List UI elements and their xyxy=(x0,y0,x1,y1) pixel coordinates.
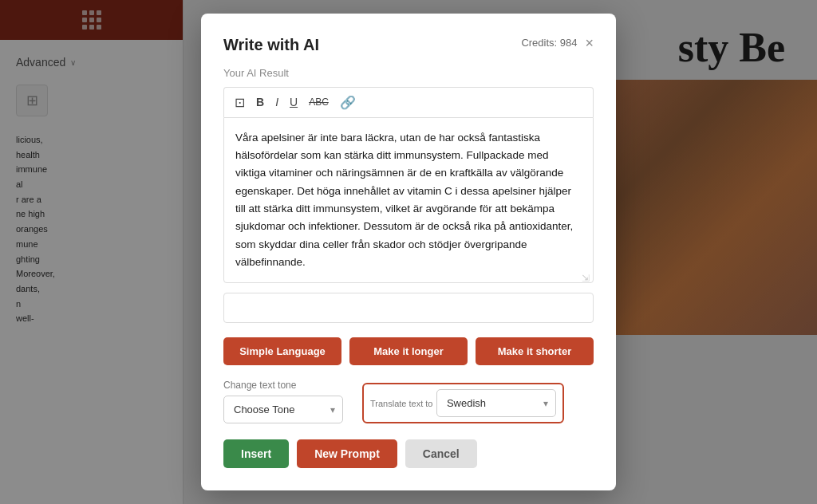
tone-select[interactable]: Choose Tone Formal Informal Friendly Pro… xyxy=(223,396,343,423)
credits-display: Credits: 984 xyxy=(521,37,577,49)
tone-select-wrapper: Choose Tone Formal Informal Friendly Pro… xyxy=(223,396,343,423)
modal-header: Write with AI Credits: 984 × xyxy=(223,36,594,54)
translate-select-wrapper: Swedish English Spanish French German It… xyxy=(436,389,556,417)
close-button[interactable]: × xyxy=(585,36,594,50)
tone-label: Change text tone xyxy=(223,380,343,391)
bottom-buttons-group: Insert New Prompt Cancel xyxy=(223,439,594,468)
make-shorter-button[interactable]: Make it shorter xyxy=(476,337,594,365)
ai-result-text: Våra apelsiner är inte bara läckra, utan… xyxy=(235,129,582,271)
editor-toolbar: ⊡ B I U ABC 🔗 xyxy=(223,87,594,117)
modal-title: Write with AI xyxy=(223,36,319,54)
action-buttons-group: Simple Language Make it longer Make it s… xyxy=(223,337,594,365)
make-longer-button[interactable]: Make it longer xyxy=(349,337,468,365)
modal-backdrop: Write with AI Credits: 984 × Your AI Res… xyxy=(0,0,817,504)
new-prompt-button[interactable]: New Prompt xyxy=(297,439,397,468)
translate-select[interactable]: Swedish English Spanish French German It… xyxy=(436,389,556,417)
link-button[interactable]: 🔗 xyxy=(336,93,360,112)
underline-button[interactable]: U xyxy=(286,93,302,111)
write-with-ai-modal: Write with AI Credits: 984 × Your AI Res… xyxy=(201,14,616,490)
translate-group: Translate text to Swedish English Spanis… xyxy=(362,383,564,423)
insert-button[interactable]: Insert xyxy=(223,439,289,468)
simple-language-button[interactable]: Simple Language xyxy=(223,337,341,365)
copy-icon: ⊡ xyxy=(235,95,245,110)
prompt-input[interactable] xyxy=(223,293,594,323)
link-icon: 🔗 xyxy=(340,95,356,110)
strikethrough-button[interactable]: ABC xyxy=(305,94,333,110)
translate-label: Translate text to xyxy=(370,399,432,408)
copy-icon-button[interactable]: ⊡ xyxy=(231,93,249,112)
result-label: Your AI Result xyxy=(223,67,594,79)
dropdowns-row: Change text tone Choose Tone Formal Info… xyxy=(223,380,594,423)
resize-handle[interactable]: ⇲ xyxy=(582,271,590,279)
italic-button[interactable]: I xyxy=(271,93,282,111)
tone-group: Change text tone Choose Tone Formal Info… xyxy=(223,380,343,423)
cancel-button[interactable]: Cancel xyxy=(405,439,477,468)
editor-content-area: Våra apelsiner är inte bara läckra, utan… xyxy=(223,117,594,283)
bold-button[interactable]: B xyxy=(252,93,268,111)
